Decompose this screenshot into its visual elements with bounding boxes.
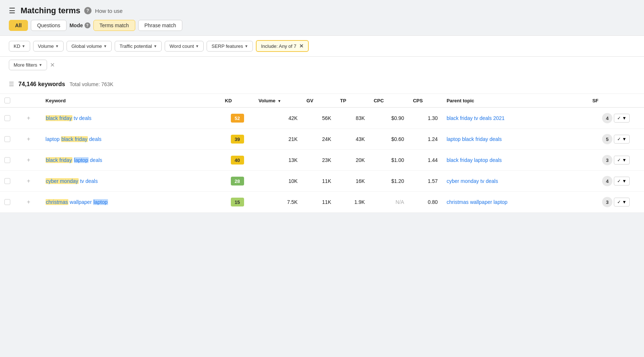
keywords-count: 74,146 keywords: [18, 81, 65, 88]
keyword-link[interactable]: cyber monday tv deals: [46, 178, 98, 184]
include-close-icon[interactable]: ✕: [299, 43, 304, 49]
sf-badge: 5: [602, 134, 612, 144]
parent-topic-link[interactable]: christmas wallpaper laptop: [447, 199, 508, 205]
sf-chart-button[interactable]: ✓ ▼: [614, 114, 630, 123]
add-keyword-button[interactable]: +: [27, 115, 30, 121]
keyword-link[interactable]: christmas wallpaper laptop: [46, 199, 108, 205]
table-row: + black friday tv deals 52 42K 56K 83K: [0, 107, 644, 129]
parent-topic-link[interactable]: cyber monday tv deals: [447, 178, 498, 184]
row-checkbox[interactable]: [4, 157, 10, 163]
sf-actions: 3 ✓ ▼: [592, 155, 640, 165]
header-kd: KD: [221, 94, 254, 107]
page-title: Matching terms: [21, 6, 80, 15]
row-checkbox[interactable]: [4, 115, 10, 121]
cpc-na: N/A: [396, 199, 404, 205]
serp-features-arrow-icon: ▼: [244, 44, 248, 48]
keyword-link[interactable]: black friday laptop deals: [46, 157, 102, 163]
help-icon[interactable]: ?: [84, 7, 92, 14]
row-volume-cell: 10K: [254, 171, 302, 192]
row-parent-cell: christmas wallpaper laptop: [442, 192, 588, 213]
sf-chart-button[interactable]: ✓ ▼: [614, 135, 630, 144]
filter-bar-row1: KD ▼ Volume ▼ Global volume ▼ Traffic po…: [0, 35, 644, 57]
add-keyword-button[interactable]: +: [27, 157, 30, 163]
row-cps-cell: 1.44: [408, 150, 442, 171]
sf-badge: 3: [602, 155, 612, 165]
row-gv-cell: 56K: [302, 107, 336, 129]
add-keyword-button[interactable]: +: [27, 199, 30, 205]
row-add-cell: +: [22, 171, 41, 192]
tab-terms-match[interactable]: Terms match: [93, 20, 135, 31]
row-tp-cell: 1.9K: [336, 192, 369, 213]
sf-actions: 4 ✓ ▼: [592, 176, 640, 186]
table-row: + cyber monday tv deals 28 10K 11K 16K: [0, 171, 644, 192]
clear-filters-icon[interactable]: ✕: [50, 61, 55, 68]
keyword-table-wrapper: Keyword KD Volume ▼ GV TP CPC CPS Parent…: [0, 94, 644, 213]
sf-actions: 4 ✓ ▼: [592, 113, 640, 123]
header-tp: TP: [336, 94, 369, 107]
row-checkbox-cell: [0, 129, 22, 150]
keyword-highlight-blue: laptop: [93, 199, 108, 205]
global-volume-filter[interactable]: Global volume ▼: [67, 41, 112, 52]
header-keyword: Keyword: [41, 94, 221, 107]
row-keyword-cell: black friday laptop deals: [41, 150, 221, 171]
header-parent-topic: Parent topic: [442, 94, 588, 107]
row-kd-cell: 40: [221, 150, 254, 171]
tab-phrase-match[interactable]: Phrase match: [138, 20, 182, 31]
more-filters[interactable]: More filters ▼: [9, 60, 47, 70]
volume-filter[interactable]: Volume ▼: [33, 41, 64, 52]
word-count-filter[interactable]: Word count ▼: [165, 41, 204, 52]
include-filter[interactable]: Include: Any of 7 ✕: [256, 40, 309, 52]
row-add-cell: +: [22, 192, 41, 213]
main-content: ☰ 74,146 keywords Total volume: 763K Key…: [0, 75, 644, 213]
total-volume: Total volume: 763K: [69, 81, 113, 87]
row-checkbox[interactable]: [4, 136, 10, 142]
keyword-highlight: black friday: [46, 115, 72, 121]
sf-chart-button[interactable]: ✓ ▼: [614, 177, 630, 185]
row-keyword-cell: cyber monday tv deals: [41, 171, 221, 192]
kd-badge: 52: [231, 114, 244, 123]
keyword-link[interactable]: laptop black friday deals: [46, 136, 101, 142]
row-kd-cell: 52: [221, 107, 254, 129]
row-gv-cell: 24K: [302, 129, 336, 150]
keyword-link[interactable]: black friday tv deals: [46, 115, 92, 121]
table-row: + laptop black friday deals 39 21K 24K: [0, 129, 644, 150]
how-to-use-link[interactable]: How to use: [95, 8, 123, 14]
row-add-cell: +: [22, 150, 41, 171]
row-gv-cell: 11K: [302, 192, 336, 213]
row-checkbox-cell: [0, 192, 22, 213]
volume-sort-icon: ▼: [278, 99, 281, 103]
add-keyword-button[interactable]: +: [27, 178, 30, 184]
traffic-potential-filter[interactable]: Traffic potential ▼: [115, 41, 162, 52]
row-kd-cell: 15: [221, 192, 254, 213]
row-parent-cell: cyber monday tv deals: [442, 171, 588, 192]
parent-topic-link[interactable]: black friday laptop deals: [447, 157, 502, 163]
select-all-checkbox[interactable]: [4, 98, 10, 103]
row-add-cell: +: [22, 129, 41, 150]
sf-chart-button[interactable]: ✓ ▼: [614, 198, 630, 206]
header-gv: GV: [302, 94, 336, 107]
hamburger-icon[interactable]: ☰: [9, 6, 15, 15]
row-cpc-cell: $1.00: [369, 150, 409, 171]
parent-topic-link[interactable]: laptop black friday deals: [447, 136, 502, 142]
row-checkbox[interactable]: [4, 199, 10, 205]
tab-questions[interactable]: Questions: [31, 20, 67, 31]
sf-badge: 4: [602, 113, 612, 123]
row-checkbox[interactable]: [4, 178, 10, 184]
word-count-arrow-icon: ▼: [196, 44, 199, 48]
tab-all[interactable]: All: [9, 20, 28, 31]
filter-bar-row2: More filters ▼ ✕: [0, 57, 644, 75]
kd-badge: 15: [231, 198, 244, 206]
header-cpc: CPC: [369, 94, 409, 107]
row-cps-cell: 1.57: [408, 171, 442, 192]
row-tp-cell: 16K: [336, 171, 369, 192]
serp-features-filter[interactable]: SERP features ▼: [207, 41, 253, 52]
parent-topic-link[interactable]: black friday tv deals 2021: [447, 115, 505, 121]
mode-help-icon[interactable]: ?: [85, 22, 90, 28]
tab-bar: All Questions Mode ? Terms match Phrase …: [0, 20, 644, 35]
header-volume[interactable]: Volume ▼: [254, 94, 302, 107]
sf-chart-button[interactable]: ✓ ▼: [614, 156, 630, 165]
header-cps: CPS: [408, 94, 442, 107]
kd-filter[interactable]: KD ▼: [9, 41, 30, 52]
add-keyword-button[interactable]: +: [27, 136, 30, 142]
row-cpc-cell: N/A: [369, 192, 409, 213]
